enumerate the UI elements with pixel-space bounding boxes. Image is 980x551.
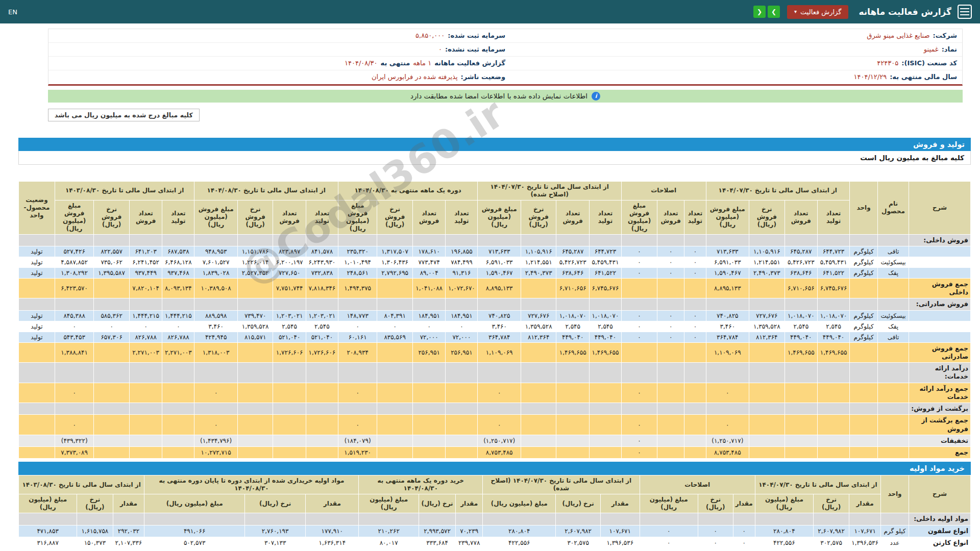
value-cell: ۰ [55, 383, 94, 403]
column-group-header: از ابتدای سال مالی تا تاریخ ۱۴۰۳/۰۸/۳۰ [55, 181, 194, 200]
column-group-header: اصلاحات [621, 181, 706, 200]
column-subheader: مقدار [306, 494, 359, 513]
value-cell: ۶۴۱,۵۲۲ [589, 267, 621, 278]
value-cell: ۱,۴۶۹,۶۵۵ [818, 342, 850, 363]
status-cell [19, 234, 55, 246]
value-cell: ۰ [129, 321, 162, 332]
status-cell [19, 403, 55, 415]
value-cell [273, 435, 306, 446]
status-cell: تولید [19, 332, 55, 342]
value-cell [621, 403, 657, 415]
value-cell [621, 342, 657, 363]
value-cell [273, 447, 306, 459]
value-cell: ۷۳۵,۰۶۲ [94, 257, 129, 267]
value-cell [521, 298, 556, 310]
value-cell [684, 447, 706, 459]
value-cell [657, 278, 684, 298]
sum-row: جمع برگشت از فروش۰۰۰۰۰۰ [19, 415, 971, 435]
row-label [909, 246, 971, 257]
row-meta [850, 435, 878, 446]
column-header: وضعیت محصول-واحد [19, 181, 55, 234]
value-cell [589, 298, 621, 310]
value-cell: ۴۷۱,۸۵۳ [19, 525, 77, 537]
value-cell [818, 363, 850, 383]
column-header: شرح [909, 475, 971, 513]
value-cell: ۷۱۳,۶۳۳ [706, 246, 749, 257]
value-cell: ۶۴۴,۷۲۳ [589, 246, 621, 257]
value-cell: ۸,۸۹۵,۱۳۳ [706, 278, 749, 298]
value-cell: ۳۰۷,۱۳۳ [245, 537, 306, 548]
value-cell [478, 234, 521, 246]
value-cell [94, 435, 129, 446]
value-cell: ۰ [733, 525, 755, 537]
report-export-icon[interactable] [958, 5, 972, 19]
value-cell [194, 298, 238, 310]
value-cell [684, 278, 706, 298]
value-cell [521, 403, 556, 415]
row-label [909, 267, 971, 278]
value-cell [113, 513, 144, 525]
status-cell [19, 415, 55, 435]
row-meta: عدد [881, 537, 909, 548]
value-cell: ۱,۳۹۵,۵۸۷ [94, 267, 129, 278]
value-cell: ۲,۵۴۵ [785, 321, 818, 332]
value-cell: ۱,۰۱۸,۰۷۰ [785, 310, 818, 321]
section-row: مواد اولیه داخلی: [19, 513, 971, 525]
value-cell: ۳۰۲,۵۷۵ [813, 537, 849, 548]
value-cell: ۰ [706, 415, 749, 435]
value-cell [273, 298, 306, 310]
value-cell [621, 278, 657, 298]
column-subheader: تعداد تولید [446, 200, 478, 234]
column-group-header: خرید دوره یک ماهه منتهی به ۱۴۰۴/۰۸/۳۰ [359, 475, 483, 494]
value-cell [600, 513, 640, 525]
value-cell [94, 342, 129, 363]
report-type-dropdown[interactable]: گزارش فعالیت ▾ [787, 5, 848, 19]
value-cell: ۹۳۷,۴۶۸ [162, 267, 194, 278]
value-cell: ۸۲۳,۸۹۷ [273, 246, 306, 257]
value-cell: ۸,۷۵۳,۴۸۵ [706, 447, 749, 459]
value-cell: ۳,۴۶۰ [706, 321, 749, 332]
value-cell: ۱,۳۵۹,۵۲۸ [237, 321, 273, 332]
column-subheader: نرخ فروش (ریال) [377, 200, 412, 234]
value-cell: ۶,۵۹۱,۰۳۳ [706, 257, 749, 267]
value-cell [521, 383, 556, 403]
value-cell: ۲,۴۹۰,۳۷۳ [521, 267, 556, 278]
value-cell: ۰ [377, 321, 412, 332]
next-report-button[interactable]: ❮ [753, 6, 766, 18]
sum-row: جمع۸,۷۵۳,۴۸۵۰۸,۷۵۳,۴۸۵۱,۵۱۹,۲۳۰۱۰,۲۷۲,۷۱… [19, 447, 971, 459]
value-cell [306, 403, 338, 415]
language-toggle[interactable]: EN [8, 8, 17, 16]
value-cell [483, 513, 556, 525]
column-subheader: نرخ (ریال) [245, 494, 306, 513]
registered-capital-pair: سرمایه ثبت شده: ۵,۸۵۰,۰۰۰ [54, 31, 505, 41]
row-meta [850, 234, 878, 246]
value-cell: ۷,۶۰۱,۵۲۷ [194, 257, 238, 267]
value-cell: ۱,۱۰۹,۰۶۹ [706, 342, 749, 363]
value-cell [785, 363, 818, 383]
company-value[interactable]: صنایع غذایی مینو شرق [867, 31, 929, 41]
value-cell [657, 298, 684, 310]
value-cell: ۵,۴۲۶,۷۲۳ [785, 257, 818, 267]
value-cell: ۲۳۵,۳۲۰ [338, 246, 377, 257]
column-group-header: از ابتدای سال مالی تا تاریخ ۱۴۰۴/۰۷/۳۰ (… [483, 475, 640, 494]
value-cell: ۶۰,۱۶۱ [338, 332, 377, 342]
value-cell: ۰ [621, 321, 657, 332]
value-cell: ۱۸۴,۹۵۱ [412, 310, 446, 321]
value-cell: ۲,۱۰۷,۳۳۶ [113, 537, 144, 548]
prev-report-button[interactable]: ❯ [768, 6, 780, 18]
value-cell [657, 363, 684, 383]
info-icon: i [592, 92, 600, 101]
value-cell: ۷۲,۰۰۰ [446, 332, 478, 342]
value-cell: ۰ [621, 257, 657, 267]
value-cell [684, 415, 706, 435]
value-cell: ۸۲۶,۷۸۸ [129, 332, 162, 342]
symbol-value[interactable]: غمینو [924, 44, 939, 55]
value-cell: ۱۰۷,۶۷۱ [849, 525, 881, 537]
production-section-title: تولید و فروش [18, 138, 971, 151]
value-cell: ۰ [698, 537, 733, 548]
value-cell: ۰ [412, 321, 446, 332]
value-cell [785, 234, 818, 246]
column-header: نام محصول [878, 181, 909, 234]
value-cell: ۰ [621, 332, 657, 342]
report-navigation: ❯ ❮ [753, 6, 780, 18]
